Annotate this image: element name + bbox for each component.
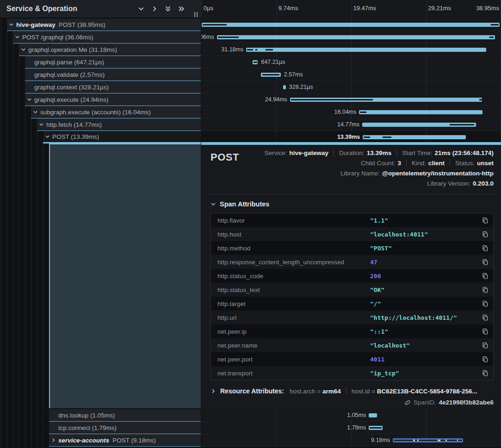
span-row: POST (13.39ms)13.39ms (0, 131, 501, 143)
span-name-cell: hive-gatewayPOST (38.95ms) (0, 19, 201, 31)
copy-icon[interactable] (477, 286, 493, 293)
operation-name: graphql.parse (647.21µs) (34, 59, 104, 66)
span-duration-bar[interactable] (359, 110, 482, 114)
span-row: graphql.validate (2.57ms)2.57ms (0, 68, 501, 81)
chevron-right-icon[interactable] (51, 438, 56, 443)
span-detail-panel: POST Service:hive-gatewayDuration:13.39m… (201, 143, 501, 409)
span-attributes-title: Span Attributes (220, 200, 269, 208)
span-name-label: service-accountsPOST (9.18ms) (49, 437, 156, 444)
span-name-cell: dns.lookup (1.05ms) (0, 409, 201, 422)
span-name-row[interactable]: graphql.parse (647.21µs) (25, 56, 201, 68)
chevron-down-icon[interactable] (21, 47, 26, 52)
span-name-label: hive-gatewayPOST (38.95ms) (7, 21, 105, 28)
resource-attribute-pair: host.arch = arm64 (290, 388, 341, 395)
span-duration-bar[interactable] (363, 135, 466, 139)
span-duration-bar[interactable] (217, 35, 495, 39)
span-name-row[interactable]: graphql.execute (24.94ms) (25, 93, 201, 106)
copy-icon[interactable] (477, 300, 493, 307)
child-span-marker (254, 62, 257, 63)
child-span-tick (457, 440, 458, 441)
span-duration-bar[interactable] (202, 23, 499, 27)
span-duration-bar[interactable] (246, 48, 486, 52)
meta-separator (450, 160, 450, 167)
chevron-down-icon[interactable] (9, 22, 14, 27)
child-span-marker (489, 37, 494, 38)
span-name-cell: tcp.connect (1.79ms) (0, 422, 201, 434)
copy-icon[interactable] (477, 328, 493, 335)
copy-icon[interactable] (477, 314, 493, 321)
span-name-row[interactable]: POST /graphql (36.06ms) (13, 31, 201, 44)
timeline-gridline (276, 422, 277, 434)
copy-icon[interactable] (477, 217, 493, 224)
span-name-row[interactable]: http.fetch (14.77ms) (37, 118, 201, 131)
operation-name: POST (13.39ms) (52, 133, 99, 140)
span-row: subgraph.execute (accounts) (16.04ms)16.… (0, 106, 501, 118)
span-rows-bottom: dns.lookup (1.05ms)1.05mstcp.connect (1.… (0, 409, 501, 447)
span-name-row[interactable]: dns.lookup (1.05ms) (49, 409, 201, 422)
span-name-row[interactable]: subgraph.execute (accounts) (16.04ms) (31, 106, 201, 118)
span-duration-label: 1.05ms (347, 409, 366, 421)
span-duration-bar[interactable] (283, 85, 286, 89)
span-name-cell: graphql.validate (2.57ms) (0, 68, 201, 81)
span-row: hive-gatewayPOST (38.95ms)38.95ms (0, 19, 501, 31)
span-timeline-cell: 36.06ms (201, 31, 501, 44)
copy-icon[interactable] (477, 245, 493, 252)
service-operation-header: Service & Operation (0, 0, 201, 19)
span-detail-region: POST Service:hive-gatewayDuration:13.39m… (0, 143, 501, 409)
copy-icon[interactable] (477, 370, 493, 377)
span-name-cell: subgraph.execute (accounts) (16.04ms) (0, 106, 201, 118)
chevron-down-icon[interactable] (27, 97, 32, 102)
span-name-row[interactable]: hive-gatewayPOST (38.95ms) (7, 19, 201, 31)
span-duration-bar[interactable] (369, 413, 377, 417)
chevron-down-icon[interactable] (45, 134, 50, 139)
copy-icon[interactable] (477, 231, 493, 238)
span-timeline-cell: 24.94ms (201, 93, 501, 106)
copy-icon[interactable] (477, 273, 493, 280)
copy-icon[interactable] (477, 356, 493, 363)
span-name-cell: service-accountsPOST (9.18ms) (0, 434, 201, 447)
attribute-value: "/" (370, 300, 477, 307)
chevron-down-icon[interactable] (138, 6, 144, 12)
service-name: service-accounts (58, 437, 109, 444)
chevron-down-icon[interactable] (33, 110, 38, 115)
timeline-tick: 9.74ms (277, 5, 298, 12)
span-duration-label: 9.18ms (371, 434, 390, 446)
span-row: tcp.connect (1.79ms)1.79ms (0, 422, 501, 434)
span-name-row[interactable]: service-accountsPOST (9.18ms) (49, 434, 201, 447)
span-timeline-cell: 2.57ms (201, 68, 501, 81)
chevrons-down-icon[interactable] (165, 6, 171, 12)
tree-collapse-controls (138, 6, 185, 12)
span-meta-line: Child Count:3Kind:clientStatus:unset (248, 160, 494, 167)
span-meta-line: Library Name:@opentelemetry/instrumentat… (248, 170, 494, 177)
copy-icon[interactable] (477, 259, 493, 266)
span-name-label: graphql.validate (2.57ms) (25, 71, 105, 78)
expanded-span-block (49, 143, 201, 408)
span-meta: Service:hive-gatewayDuration:13.39msStar… (248, 149, 494, 190)
timeline-gridline (276, 409, 277, 421)
span-id-label: SpanID: (414, 399, 436, 406)
chevrons-right-icon[interactable] (178, 6, 185, 12)
timeline-gridline (276, 106, 277, 118)
span-name-cell: graphql.operation Me (31.18ms) (0, 44, 201, 56)
span-meta-field: Service:hive-gateway (264, 149, 328, 156)
resource-attributes-row[interactable]: Resource Attributes: host.arch = arm64ho… (210, 387, 494, 395)
attribute-row: net.peer.name"localhost" (211, 338, 493, 352)
span-name-row[interactable]: POST (13.39ms) (43, 131, 201, 143)
span-name-row[interactable]: graphql.validate (2.57ms) (25, 68, 201, 81)
timeline-gridline (351, 56, 352, 68)
span-name-row[interactable]: tcp.connect (1.79ms) (49, 422, 201, 434)
copy-icon[interactable] (477, 342, 493, 349)
chevron-down-icon[interactable] (39, 122, 44, 127)
child-span-marker (218, 37, 239, 38)
span-name-row[interactable]: graphql.context (328.21µs) (25, 81, 201, 93)
chevron-right-icon[interactable] (151, 6, 158, 12)
attribute-row: net.peer.ip"::1" (211, 324, 493, 338)
span-row: http.fetch (14.77ms)14.77ms (0, 118, 501, 131)
span-attributes-toggle[interactable]: Span Attributes (210, 200, 494, 208)
link-icon[interactable] (404, 399, 411, 406)
span-name-row[interactable]: graphql.operation Me (31.18ms) (19, 44, 201, 56)
chevron-down-icon[interactable] (15, 35, 20, 40)
panel-resize-handle[interactable] (194, 12, 198, 17)
meta-separator (396, 149, 397, 156)
attribute-row: http.status_code200 (211, 269, 493, 283)
